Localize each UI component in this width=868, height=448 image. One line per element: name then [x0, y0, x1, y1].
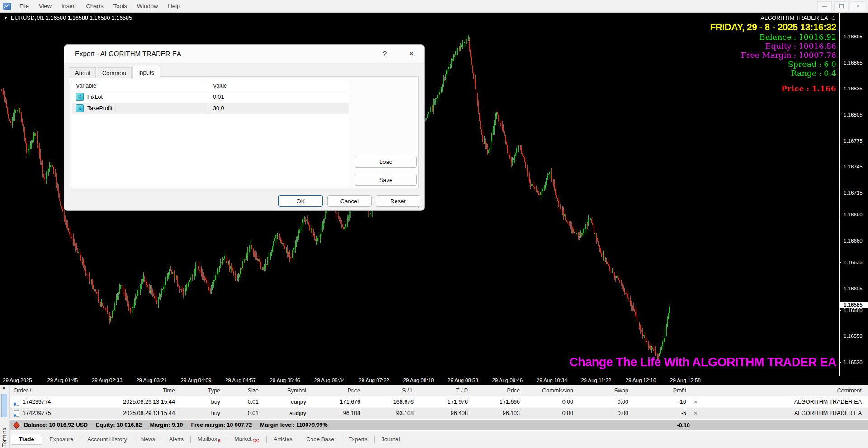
time-axis-label: 29 Aug 08:58: [448, 378, 478, 383]
order-row[interactable]: 1742397752025.08.29 13:15:44buy0.01audjp…: [10, 408, 868, 419]
resize-grip[interactable]: [418, 204, 422, 208]
terminal-tab-account-history[interactable]: Account History: [80, 434, 134, 444]
price-tick: [840, 89, 841, 89]
column-header-type[interactable]: Type: [179, 387, 224, 394]
terminal-scrollbar[interactable]: [1, 394, 7, 417]
variable-icon: ½: [76, 93, 84, 101]
terminal-caption: Terminal: [1, 426, 8, 447]
order-cell-price: 96.108: [310, 410, 364, 416]
ea-info-row: Balance:10016.92: [710, 33, 836, 42]
order-cell-price: 171.676: [310, 399, 364, 405]
column-header-commission[interactable]: Commission: [524, 387, 577, 394]
price-tick: [840, 115, 841, 115]
order-row[interactable]: 1742397742025.08.29 13:15:44buy0.01eurjp…: [10, 397, 868, 408]
input-row-takeprofit[interactable]: ½TakeProfit30.0: [72, 103, 349, 114]
time-axis[interactable]: 29 Aug 202529 Aug 01:4529 Aug 02:3329 Au…: [0, 376, 868, 385]
input-value-cell[interactable]: 0.01: [209, 91, 349, 103]
tab-badge: 6: [218, 438, 220, 443]
terminal-tab-code-base[interactable]: Code Base: [299, 434, 341, 444]
menu-item-view[interactable]: View: [34, 0, 57, 12]
dialog-close-button[interactable]: ✕: [405, 49, 418, 59]
time-axis-label: 29 Aug 2025: [3, 378, 32, 383]
menu-items: FileViewInsertChartsToolsWindowHelp: [14, 0, 185, 12]
restore-icon: [839, 4, 844, 8]
ea-date-line: FRIDAY, 29 - 8 - 2025 13:16:32: [710, 21, 836, 33]
dialog-title: Expert - ALGORITHM TRADER EA: [75, 50, 181, 57]
time-axis-label: 29 Aug 11:22: [581, 378, 611, 383]
ea-info-row: Free Margin:10007.76: [710, 51, 836, 60]
price-tick: [840, 193, 841, 193]
column-header-size[interactable]: Size: [224, 387, 262, 394]
info-value: 10016.92: [798, 33, 836, 42]
order-cell-comment: ALGORITHM TRADER EA: [703, 399, 868, 405]
chevron-down-icon[interactable]: ▼: [4, 16, 8, 20]
menu-item-charts[interactable]: Charts: [81, 0, 108, 12]
terminal-close-button[interactable]: ✕: [2, 386, 5, 391]
close-order-icon[interactable]: ✕: [693, 399, 698, 405]
menu-item-help[interactable]: Help: [163, 0, 185, 12]
column-header-order[interactable]: Order /: [10, 387, 63, 394]
order-cell-type: buy: [179, 399, 224, 405]
tab-common[interactable]: Common: [97, 67, 132, 78]
input-row-fixlot[interactable]: ½FixLot0.01: [72, 91, 349, 103]
time-axis-label: 29 Aug 01:45: [47, 378, 78, 383]
column-header-swap[interactable]: Swap: [577, 387, 632, 394]
ea-price-line: Price : 1.166: [710, 84, 836, 93]
terminal-tab-journal[interactable]: Journal: [375, 434, 407, 444]
price-axis[interactable]: 1.168951.168651.168351.168051.167751.167…: [839, 12, 868, 376]
column-header-tp[interactable]: T / P: [417, 387, 472, 394]
close-button[interactable]: ✕: [851, 1, 865, 11]
menu-item-file[interactable]: File: [14, 0, 34, 12]
terminal-tab-exposure[interactable]: Exposure: [42, 434, 80, 444]
input-variable-cell: ½FixLot: [72, 91, 209, 103]
info-colon: :: [794, 42, 797, 51]
terminal-tab-news[interactable]: News: [134, 434, 162, 444]
save-button[interactable]: Save: [355, 174, 417, 186]
tab-inputs[interactable]: Inputs: [132, 66, 160, 79]
dialog-tabs: AboutCommonInputs: [70, 65, 161, 78]
column-header-price2[interactable]: Price: [472, 387, 524, 394]
input-value-cell[interactable]: 30.0: [209, 103, 349, 114]
menu-item-tools[interactable]: Tools: [108, 0, 132, 12]
terminal-tab-alerts[interactable]: Alerts: [162, 434, 190, 444]
price-tick: [840, 289, 841, 289]
terminal-tab-market[interactable]: Market122: [227, 434, 266, 445]
terminal-tab-experts[interactable]: Experts: [341, 434, 374, 444]
price-axis-label: 1.16835: [844, 85, 863, 92]
load-button[interactable]: Load: [355, 156, 417, 168]
terminal-tab-articles[interactable]: Articles: [267, 434, 299, 444]
order-cell-comment: ALGORITHM TRADER EA: [703, 410, 868, 416]
menu-item-window[interactable]: Window: [132, 0, 163, 12]
column-header-value[interactable]: Value: [209, 80, 349, 91]
minimize-button[interactable]: [817, 1, 832, 11]
terminal-tab-mailbox[interactable]: Mailbox6: [191, 434, 227, 445]
reset-button[interactable]: Reset: [376, 195, 420, 207]
price-axis-label: 1.16605: [844, 285, 863, 292]
price-axis-label: 1.16745: [844, 163, 863, 170]
tab-about[interactable]: About: [70, 67, 96, 78]
column-header-price[interactable]: Price: [310, 387, 364, 394]
ok-button[interactable]: OK: [278, 195, 323, 207]
input-variable-cell: ½TakeProfit: [72, 103, 209, 114]
column-header-sl[interactable]: S / L: [364, 387, 417, 394]
column-header-profit[interactable]: Profit: [632, 387, 690, 394]
close-order-icon[interactable]: ✕: [693, 411, 698, 416]
column-header-symbol[interactable]: Symbol: [262, 387, 310, 394]
column-header-time[interactable]: Time: [63, 387, 179, 394]
cancel-button[interactable]: Cancel: [327, 195, 372, 207]
price-axis-label: 1.16660: [844, 238, 863, 244]
column-header-comment[interactable]: Comment: [703, 387, 868, 394]
price-axis-label: 1.16635: [844, 259, 863, 266]
dialog-help-button[interactable]: ?: [379, 49, 391, 59]
column-header-variable[interactable]: Variable: [72, 80, 209, 91]
terminal-panel: ✕ Terminal Order /TimeTypeSizeSymbolPric…: [0, 385, 868, 448]
terminal-tab-trade[interactable]: Trade: [11, 434, 42, 445]
ea-info-row: Range:0.4: [710, 69, 836, 78]
balance-segment: Balance: 10 016.92 USD: [24, 422, 88, 428]
menu-item-insert[interactable]: Insert: [57, 0, 81, 12]
order-cell-close: ✕: [690, 410, 703, 416]
restore-button[interactable]: [834, 1, 849, 11]
info-colon: :: [794, 33, 797, 42]
price-axis-label: 1.16550: [844, 333, 863, 339]
symbol-ohlc-text: EURUSD,M1 1.16580 1.16588 1.16580 1.1658…: [11, 15, 132, 21]
